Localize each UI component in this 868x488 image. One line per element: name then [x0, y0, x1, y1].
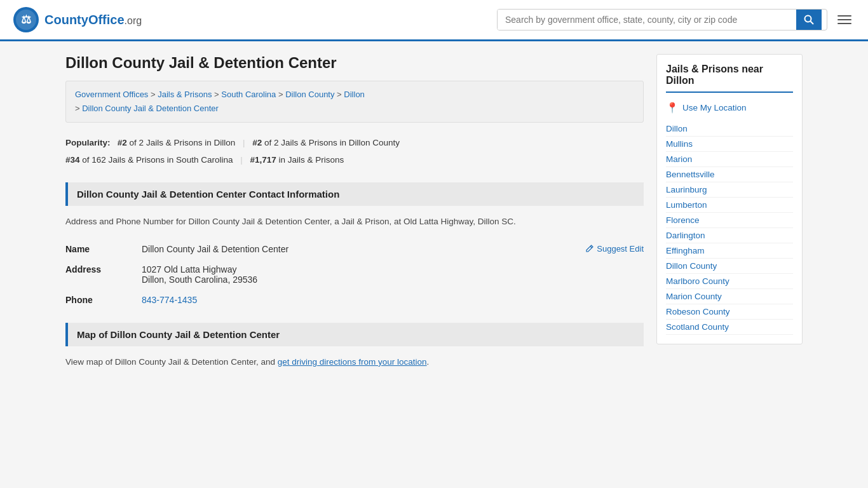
- table-row-phone: Phone 843-774-1435: [65, 290, 644, 310]
- rank4-desc: in Jails & Prisons: [279, 155, 344, 165]
- main-container: Dillon County Jail & Detention Center Go…: [53, 54, 815, 381]
- sidebar: Jails & Prisons near Dillon 📍 Use My Loc…: [656, 54, 803, 381]
- sidebar-title: Jails & Prisons near Dillon: [666, 64, 793, 93]
- address-line1: 1027 Old Latta Highway: [142, 264, 644, 274]
- map-section-header: Map of Dillon County Jail & Detention Ce…: [65, 323, 644, 346]
- rank2-badge: #2: [252, 138, 262, 147]
- map-section: Map of Dillon County Jail & Detention Ce…: [65, 323, 644, 369]
- sidebar-link-marion-county[interactable]: Marion County: [666, 289, 793, 304]
- header-right: [497, 9, 855, 30]
- address-value: 1027 Old Latta Highway Dillon, South Car…: [142, 259, 644, 290]
- breadcrumb-link-dillon-county[interactable]: Dillon County: [285, 90, 334, 99]
- address-line2: Dillon, South Carolina, 29536: [142, 274, 644, 285]
- use-my-location-link[interactable]: Use My Location: [682, 103, 747, 112]
- breadcrumb: Government Offices > Jails & Prisons > S…: [65, 81, 644, 123]
- svg-point-3: [805, 16, 811, 22]
- breadcrumb-separator: >: [337, 90, 344, 99]
- popularity-label: Popularity:: [65, 138, 111, 147]
- contact-section: Dillon County Jail & Detention Center Co…: [65, 182, 644, 310]
- edit-icon: [585, 244, 594, 253]
- sidebar-link-lumberton[interactable]: Lumberton: [666, 198, 793, 213]
- map-section-desc: View map of Dillon County Jail & Detenti…: [65, 355, 644, 369]
- breadcrumb-separator: >: [151, 90, 158, 99]
- search-button[interactable]: [796, 10, 822, 30]
- sidebar-links-list: Dillon Mullins Marion Bennettsville Laur…: [666, 121, 793, 335]
- sidebar-link-florence[interactable]: Florence: [666, 213, 793, 228]
- sidebar-link-scotland-county[interactable]: Scotland County: [666, 320, 793, 335]
- breadcrumb-separator: >: [214, 90, 221, 99]
- breadcrumb-link-south-carolina[interactable]: South Carolina: [221, 90, 276, 99]
- breadcrumb-separator: >: [278, 90, 285, 99]
- sidebar-link-bennettsville[interactable]: Bennettsville: [666, 167, 793, 182]
- sidebar-link-marlboro-county[interactable]: Marlboro County: [666, 274, 793, 289]
- rank2-desc: of 2 Jails & Prisons in Dillon County: [264, 138, 400, 147]
- contact-info-table: Name Dillon County Jail & Detention Cent…: [65, 239, 644, 310]
- map-desc-prefix: View map of Dillon County Jail & Detenti…: [65, 357, 278, 367]
- map-directions-link[interactable]: get driving directions from your locatio…: [278, 357, 427, 367]
- map-desc-suffix: .: [427, 357, 430, 367]
- sidebar-link-effingham[interactable]: Effingham: [666, 243, 793, 259]
- suggest-edit-button[interactable]: Suggest Edit: [585, 244, 644, 254]
- rank1-badge: #2: [118, 138, 127, 147]
- logo-icon: ⚖: [13, 6, 39, 33]
- location-icon: 📍: [666, 102, 679, 114]
- logo-text: CountyOffice.org: [44, 13, 142, 27]
- search-icon: [804, 15, 814, 25]
- menu-line: [837, 19, 851, 20]
- contact-section-header: Dillon County Jail & Detention Center Co…: [65, 182, 644, 206]
- table-row-address: Address 1027 Old Latta Highway Dillon, S…: [65, 259, 644, 290]
- phone-link[interactable]: 843-774-1435: [142, 295, 197, 305]
- breadcrumb-link-jails-prisons[interactable]: Jails & Prisons: [158, 90, 212, 99]
- address-label: Address: [65, 259, 142, 290]
- sidebar-link-dillon-county[interactable]: Dillon County: [666, 259, 793, 274]
- search-bar: [497, 9, 827, 30]
- name-label: Name: [65, 239, 142, 259]
- menu-line: [837, 15, 851, 17]
- svg-line-4: [811, 22, 814, 25]
- name-value: Dillon County Jail & Detention Center Su…: [142, 239, 644, 259]
- page-title: Dillon County Jail & Detention Center: [65, 54, 644, 72]
- sidebar-box: Jails & Prisons near Dillon 📍 Use My Loc…: [656, 54, 803, 344]
- content-area: Dillon County Jail & Detention Center Go…: [65, 54, 644, 381]
- rank4-badge: #1,717: [250, 155, 276, 165]
- search-input[interactable]: [498, 10, 796, 30]
- phone-value: 843-774-1435: [142, 290, 644, 310]
- rank1-desc: of 2 Jails & Prisons in Dillon: [130, 138, 236, 147]
- sidebar-link-laurinburg[interactable]: Laurinburg: [666, 182, 793, 198]
- use-my-location[interactable]: 📍 Use My Location: [666, 102, 793, 114]
- rank3-badge: #34: [65, 155, 80, 165]
- logo-area: ⚖ CountyOffice.org: [13, 6, 142, 33]
- sidebar-link-robeson-county[interactable]: Robeson County: [666, 304, 793, 320]
- sidebar-link-darlington[interactable]: Darlington: [666, 228, 793, 243]
- phone-label: Phone: [65, 290, 142, 310]
- menu-line: [837, 23, 851, 24]
- sidebar-link-dillon[interactable]: Dillon: [666, 121, 793, 137]
- breadcrumb-link-current[interactable]: Dillon County Jail & Detention Center: [82, 104, 219, 113]
- rank3-desc: of 162 Jails & Prisons in South Carolina: [82, 155, 233, 165]
- header: ⚖ CountyOffice.org: [0, 0, 868, 41]
- sidebar-link-mullins[interactable]: Mullins: [666, 137, 793, 152]
- breadcrumb-link-dillon[interactable]: Dillon: [344, 90, 365, 99]
- popularity-section: Popularity: #2 of 2 Jails & Prisons in D…: [65, 134, 644, 168]
- breadcrumb-link-government-offices[interactable]: Government Offices: [75, 90, 148, 99]
- svg-text:⚖: ⚖: [21, 13, 31, 26]
- table-row-name: Name Dillon County Jail & Detention Cent…: [65, 239, 644, 259]
- contact-section-desc: Address and Phone Number for Dillon Coun…: [65, 215, 644, 229]
- breadcrumb-separator: >: [75, 104, 82, 113]
- sidebar-link-marion[interactable]: Marion: [666, 152, 793, 167]
- menu-button[interactable]: [834, 11, 855, 28]
